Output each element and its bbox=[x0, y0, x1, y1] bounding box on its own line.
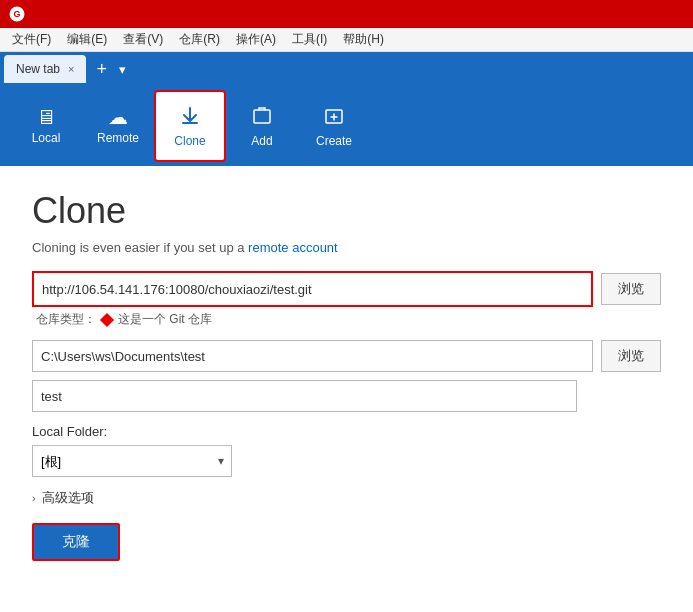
remote-account-link[interactable]: remote account bbox=[248, 240, 338, 255]
page-title: Clone bbox=[32, 190, 661, 232]
toolbar-create-button[interactable]: Create bbox=[298, 90, 370, 162]
browse-url-button[interactable]: 浏览 bbox=[601, 273, 661, 305]
toolbar-create-label: Create bbox=[316, 134, 352, 148]
menu-file[interactable]: 文件(F) bbox=[4, 28, 59, 51]
name-row bbox=[32, 380, 661, 412]
menu-bar: 文件(F) 编辑(E) 查看(V) 仓库(R) 操作(A) 工具(I) 帮助(H… bbox=[0, 28, 693, 52]
repo-type-label: 仓库类型： bbox=[36, 311, 96, 328]
toolbar-add-button[interactable]: Add bbox=[226, 90, 298, 162]
tab-dropdown-icon[interactable]: ▾ bbox=[115, 62, 130, 77]
app-logo-icon: G bbox=[8, 5, 26, 23]
toolbar-clone-button[interactable]: Clone bbox=[154, 90, 226, 162]
local-icon: 🖥 bbox=[36, 107, 56, 127]
repo-type-value: 这是一个 Git 仓库 bbox=[118, 311, 212, 328]
toolbar-local-label: Local bbox=[32, 131, 61, 145]
path-row: 浏览 bbox=[32, 340, 661, 372]
tab-close-icon[interactable]: × bbox=[68, 63, 74, 75]
menu-action[interactable]: 操作(A) bbox=[228, 28, 284, 51]
menu-edit[interactable]: 编辑(E) bbox=[59, 28, 115, 51]
toolbar-clone-label: Clone bbox=[174, 134, 205, 148]
svg-rect-3 bbox=[254, 110, 270, 123]
clone-button[interactable]: 克隆 bbox=[32, 523, 120, 561]
tab-new-tab[interactable]: New tab × bbox=[4, 55, 86, 83]
advanced-label: 高级选项 bbox=[42, 489, 94, 507]
browse-path-button[interactable]: 浏览 bbox=[601, 340, 661, 372]
advanced-options-row[interactable]: › 高级选项 bbox=[32, 489, 661, 507]
menu-help[interactable]: 帮助(H) bbox=[335, 28, 392, 51]
repo-type-row: 仓库类型： 这是一个 Git 仓库 bbox=[32, 311, 661, 328]
menu-tools[interactable]: 工具(I) bbox=[284, 28, 335, 51]
url-input-group bbox=[32, 271, 593, 307]
name-input[interactable] bbox=[32, 380, 577, 412]
add-icon bbox=[251, 105, 273, 130]
main-content: Clone Cloning is even easier if you set … bbox=[0, 166, 693, 612]
path-input[interactable] bbox=[32, 340, 593, 372]
new-tab-button[interactable]: + bbox=[88, 60, 115, 78]
clone-icon bbox=[179, 105, 201, 130]
folder-select-wrapper: [根] ▾ bbox=[32, 445, 232, 477]
url-input[interactable] bbox=[34, 273, 591, 305]
folder-select[interactable]: [根] bbox=[32, 445, 232, 477]
chevron-right-icon: › bbox=[32, 492, 36, 504]
tab-bar: New tab × + ▾ bbox=[0, 52, 693, 86]
toolbar-remote-label: Remote bbox=[97, 131, 139, 145]
title-bar: G bbox=[0, 0, 693, 28]
remote-icon: ☁ bbox=[108, 107, 128, 127]
diamond-icon bbox=[100, 312, 114, 326]
url-row: 浏览 bbox=[32, 271, 661, 307]
local-folder-label: Local Folder: bbox=[32, 424, 107, 439]
toolbar-remote-button[interactable]: ☁ Remote bbox=[82, 90, 154, 162]
toolbar: 🖥 Local ☁ Remote Clone Add bbox=[0, 86, 693, 166]
toolbar-add-label: Add bbox=[251, 134, 272, 148]
tab-label: New tab bbox=[16, 62, 60, 76]
menu-view[interactable]: 查看(V) bbox=[115, 28, 171, 51]
subtitle-text: Cloning is even easier if you set up a bbox=[32, 240, 244, 255]
local-folder-section: Local Folder: bbox=[32, 424, 661, 439]
svg-text:G: G bbox=[13, 9, 20, 19]
menu-repo[interactable]: 仓库(R) bbox=[171, 28, 228, 51]
subtitle: Cloning is even easier if you set up a r… bbox=[32, 240, 661, 255]
create-icon bbox=[323, 105, 345, 130]
toolbar-local-button[interactable]: 🖥 Local bbox=[10, 90, 82, 162]
